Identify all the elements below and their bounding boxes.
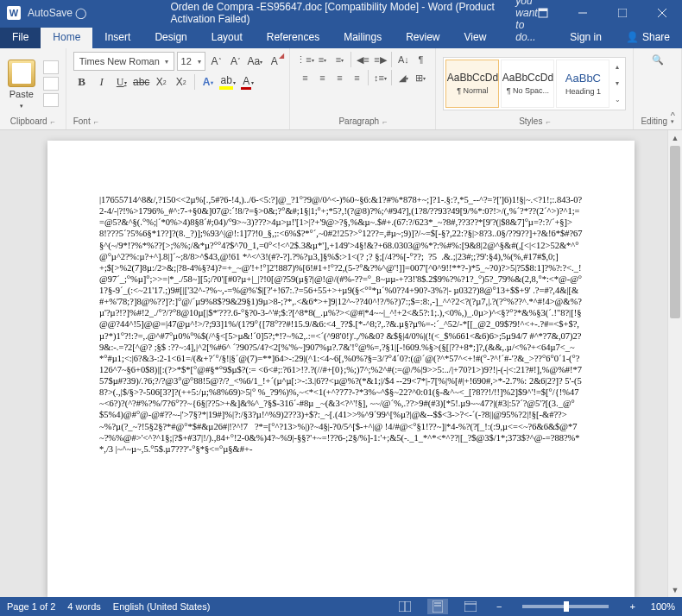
tab-review[interactable]: Review xyxy=(394,28,452,48)
tab-design[interactable]: Design xyxy=(142,28,199,48)
language-status[interactable]: English (United States) xyxy=(113,601,211,612)
svg-rect-11 xyxy=(464,601,477,612)
tab-insert[interactable]: Insert xyxy=(92,28,142,48)
svg-rect-8 xyxy=(433,600,443,613)
tab-references[interactable]: References xyxy=(255,28,332,48)
zoom-level[interactable]: 100% xyxy=(651,601,675,612)
tab-file[interactable]: File xyxy=(0,28,41,48)
maximize-button[interactable] xyxy=(603,0,642,26)
styles-launcher[interactable]: ⌐ xyxy=(546,117,550,126)
group-styles: AaBbCcDd¶ Normal AaBbCcDd¶ No Spac... Aa… xyxy=(436,48,634,129)
grow-font-button[interactable]: A˄ xyxy=(208,53,224,70)
shading-button[interactable]: ◢▾ xyxy=(395,70,411,85)
scroll-thumb[interactable] xyxy=(670,146,680,318)
highlight-button[interactable]: ab▾ xyxy=(219,73,237,91)
superscript-button[interactable]: X2 xyxy=(173,73,190,91)
zoom-in-button[interactable]: + xyxy=(626,601,638,612)
tell-me-search[interactable]: Tell me what you want to do... xyxy=(498,0,558,48)
zoom-slider-handle[interactable] xyxy=(564,601,569,612)
share-button[interactable]: 👤Share xyxy=(614,28,682,48)
group-label-font: Font xyxy=(73,116,91,126)
tab-layout[interactable]: Layout xyxy=(199,28,255,48)
collapse-ribbon-button[interactable]: ^ xyxy=(671,110,675,121)
font-color-button[interactable]: A▾ xyxy=(239,73,256,91)
paste-button[interactable]: Paste ▾ xyxy=(7,58,36,110)
paragraph-launcher[interactable]: ⌐ xyxy=(382,117,387,126)
show-marks-button[interactable]: ¶ xyxy=(413,52,428,67)
bold-button[interactable]: B xyxy=(73,73,91,91)
font-size-combo[interactable]: 12▾ xyxy=(177,52,205,71)
word-app-icon: W xyxy=(7,6,21,20)
change-case-button[interactable]: Aa▾ xyxy=(247,53,263,70)
group-label-paragraph: Paragraph xyxy=(338,116,379,126)
shrink-font-button[interactable]: A˅ xyxy=(227,53,243,70)
page[interactable]: |17655714^8&/,?150<<2µ%[.,5#?6-!4,)../6-… xyxy=(47,141,635,597)
clear-formatting-button[interactable]: A◢ xyxy=(266,53,282,70)
close-button[interactable] xyxy=(642,0,682,26)
page-number-status[interactable]: Page 1 of 2 xyxy=(7,601,55,612)
styles-gallery[interactable]: AaBbCcDd¶ Normal AaBbCcDd¶ No Spac... Aa… xyxy=(443,57,626,110)
group-label-clipboard: Clipboard xyxy=(10,116,47,126)
group-label-styles: Styles xyxy=(519,116,542,126)
read-mode-button[interactable] xyxy=(395,599,415,614)
align-right-button[interactable]: ≡ xyxy=(332,70,347,85)
italic-button[interactable]: I xyxy=(93,73,111,91)
group-clipboard: Paste ▾ Clipboard⌐ xyxy=(0,48,66,129)
scroll-up-arrow[interactable]: ▲ xyxy=(668,130,682,145)
format-painter-button[interactable] xyxy=(43,93,59,107)
numbering-button[interactable]: ≡▾ xyxy=(314,52,330,67)
style-no-spacing[interactable]: AaBbCcDd¶ No Spac... xyxy=(501,60,554,108)
clipboard-launcher[interactable]: ⌐ xyxy=(51,117,55,126)
subscript-button[interactable]: X2 xyxy=(153,73,170,91)
ribbon: Paste ▾ Clipboard⌐ Times New Roman▾ 12▾ … xyxy=(0,48,682,130)
minimize-button[interactable] xyxy=(563,0,603,26)
paste-icon xyxy=(8,60,35,87)
text-effects-button[interactable]: A▾ xyxy=(199,73,217,91)
document-area: |17655714^8&/,?150<<2µ%[.,5#?6-!4,)../6-… xyxy=(0,130,682,597)
title-bar: W AutoSave ◯ Orden de Compra -ES95647.do… xyxy=(0,0,682,26)
vertical-scrollbar[interactable]: ▲ ▼ xyxy=(667,130,682,597)
status-bar: Page 1 of 2 4 words English (United Stat… xyxy=(0,597,682,616)
print-layout-button[interactable] xyxy=(427,599,448,614)
scroll-down-arrow[interactable]: ▼ xyxy=(668,582,682,597)
bullets-button[interactable]: ⋮≡▾ xyxy=(297,52,313,67)
copy-button[interactable] xyxy=(43,77,59,91)
borders-button[interactable]: ⊞▾ xyxy=(413,70,428,85)
strikethrough-button[interactable]: abc xyxy=(133,73,150,91)
web-layout-button[interactable] xyxy=(460,599,481,614)
multilevel-list-button[interactable]: ≡▾ xyxy=(332,52,347,67)
search-icon: 🔍 xyxy=(652,54,664,66)
zoom-slider[interactable] xyxy=(522,605,609,608)
font-launcher[interactable]: ⌐ xyxy=(94,117,98,126)
word-count-status[interactable]: 4 words xyxy=(67,601,101,612)
group-paragraph: ⋮≡▾ ≡▾ ≡▾ ◀≡ ≡▶ A↓ ¶ ≡ ≡ ≡ ≡ ↕≡▾ ◢▾ ⊞▾ xyxy=(290,48,436,129)
autosave-toggle[interactable]: AutoSave ◯ xyxy=(28,7,86,19)
styles-gallery-more[interactable]: ▴▾⌄ xyxy=(611,60,623,108)
tab-home[interactable]: Home xyxy=(41,28,92,48)
share-icon: 👤 xyxy=(626,31,639,43)
group-font: Times New Roman▾ 12▾ A˄ A˅ Aa▾ A◢ B I U▾… xyxy=(66,48,291,129)
zoom-out-button[interactable]: − xyxy=(493,601,505,612)
underline-button[interactable]: U▾ xyxy=(113,73,130,91)
align-left-button[interactable]: ≡ xyxy=(297,70,313,85)
justify-button[interactable]: ≡ xyxy=(349,70,364,85)
ribbon-tabs: File Home Insert Design Layout Reference… xyxy=(0,26,682,48)
align-center-button[interactable]: ≡ xyxy=(314,70,330,85)
group-label-editing: Editing xyxy=(641,116,667,126)
sign-in-link[interactable]: Sign in xyxy=(558,28,614,48)
style-normal[interactable]: AaBbCcDd¶ Normal xyxy=(445,60,499,108)
svg-rect-3 xyxy=(618,9,627,17)
find-button[interactable]: 🔍 xyxy=(650,52,666,68)
line-spacing-button[interactable]: ↕≡▾ xyxy=(372,70,388,85)
document-body-text[interactable]: |17655714^8&/,?150<<2µ%[.,5#?6-!4,)../6-… xyxy=(99,194,583,455)
tab-mailings[interactable]: Mailings xyxy=(332,28,394,48)
increase-indent-button[interactable]: ≡▶ xyxy=(372,52,388,67)
window-title: Orden de Compra -ES95647.doc [Compatibil… xyxy=(171,1,512,25)
decrease-indent-button[interactable]: ◀≡ xyxy=(355,52,370,67)
tab-view[interactable]: View xyxy=(452,28,499,48)
sort-button[interactable]: A↓ xyxy=(395,52,411,67)
cut-button[interactable] xyxy=(43,60,59,74)
style-heading-1[interactable]: AaBbCHeading 1 xyxy=(556,60,609,108)
font-name-combo[interactable]: Times New Roman▾ xyxy=(73,52,174,71)
